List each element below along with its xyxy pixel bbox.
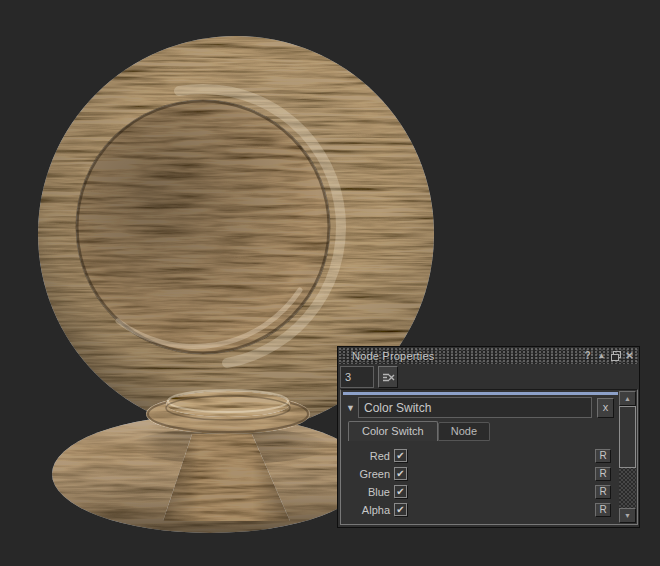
channel-row-red: Red ✔ R <box>343 447 615 464</box>
restore-window-icon[interactable] <box>610 350 621 362</box>
application-viewport: Node Properties ? ▲ ✕ <box>0 0 660 566</box>
node-name-input[interactable] <box>358 397 592 418</box>
check-icon: ✔ <box>396 487 404 497</box>
node-panel-group: ▼ x Color Switch Node Red ✔ R Green ✔ <box>340 389 638 525</box>
disclosure-triangle-icon[interactable]: ▼ <box>343 403 358 413</box>
tab-node[interactable]: Node <box>438 422 490 441</box>
channel-label: Red <box>343 450 390 462</box>
node-accent-bar <box>343 392 618 395</box>
tab-color-switch[interactable]: Color Switch <box>348 421 438 441</box>
scrollbar-thumb[interactable] <box>619 406 636 468</box>
shader-ball-dish <box>76 100 330 354</box>
revert-red-button[interactable]: R <box>595 449 611 463</box>
node-header: ▼ x <box>343 397 617 418</box>
red-checkbox[interactable]: ✔ <box>394 449 407 462</box>
check-icon: ✔ <box>396 469 404 479</box>
channel-label: Alpha <box>343 504 390 516</box>
channel-label: Green <box>343 468 390 480</box>
panel-scrollbar[interactable]: ▲ ▼ <box>619 391 636 523</box>
help-icon[interactable]: ? <box>582 350 593 362</box>
panel-stack-count-input[interactable] <box>340 366 374 388</box>
scroll-up-icon[interactable]: ▲ <box>619 391 636 406</box>
titlebar-controls: ? ▲ ✕ <box>582 350 638 362</box>
revert-blue-button[interactable]: R <box>595 485 611 499</box>
panel-titlebar[interactable]: Node Properties ? ▲ ✕ <box>339 348 638 364</box>
panel-title: Node Properties <box>339 350 582 362</box>
channel-row-blue: Blue ✔ R <box>343 483 615 500</box>
channel-label: Blue <box>343 486 390 498</box>
close-icon[interactable]: ✕ <box>624 350 635 362</box>
green-checkbox[interactable]: ✔ <box>394 467 407 480</box>
channel-row-green: Green ✔ R <box>343 465 615 482</box>
alpha-checkbox[interactable]: ✔ <box>394 503 407 516</box>
check-icon: ✔ <box>396 505 404 515</box>
revert-green-button[interactable]: R <box>595 467 611 481</box>
close-all-panels-button[interactable] <box>378 366 398 388</box>
blue-checkbox[interactable]: ✔ <box>394 485 407 498</box>
close-node-panel-button[interactable]: x <box>597 398 614 418</box>
node-tabs: Color Switch Node <box>348 421 490 441</box>
scroll-down-icon[interactable]: ▼ <box>619 508 636 523</box>
close-all-panels-icon <box>382 373 395 382</box>
channel-row-alpha: Alpha ✔ R <box>343 501 615 518</box>
revert-alpha-button[interactable]: R <box>595 503 611 517</box>
channel-rows: Red ✔ R Green ✔ R Blue ✔ R <box>343 447 615 519</box>
check-icon: ✔ <box>396 451 404 461</box>
node-properties-panel: Node Properties ? ▲ ✕ <box>337 346 640 528</box>
minimize-icon[interactable]: ▲ <box>596 350 607 362</box>
